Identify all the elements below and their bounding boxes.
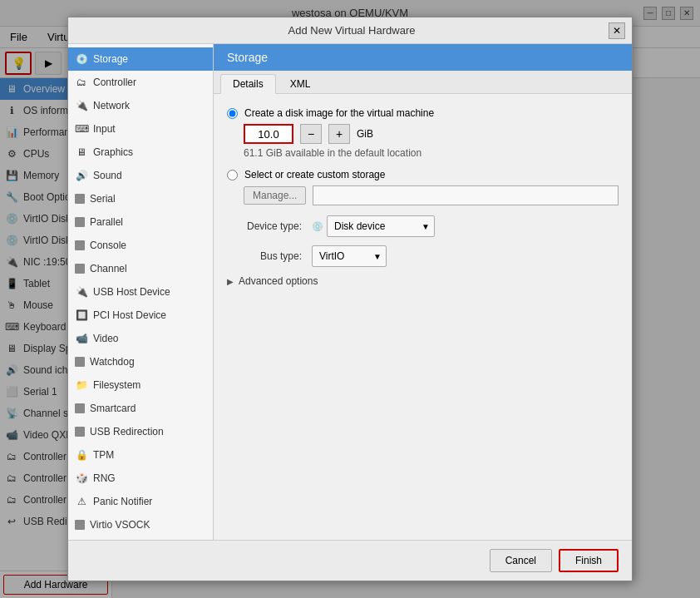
hw-item-controller[interactable]: 🗂 Controller xyxy=(68,71,213,94)
bus-type-row: Bus type: VirtIO IDE SATA SCSI ▼ xyxy=(227,245,619,267)
hw-pci-icon: 🔲 xyxy=(75,309,88,322)
dialog-title: Add New Virtual Hardware xyxy=(288,24,416,37)
hw-label-panic: Panic Notifier xyxy=(93,496,152,507)
hw-label-parallel: Parallel xyxy=(90,216,123,228)
available-text: 61.1 GiB available in the default locati… xyxy=(244,147,619,159)
hardware-list: 💿 Storage 🗂 Controller 🔌 Network ⌨ Input xyxy=(68,44,214,540)
disk-device-icon: 💿 xyxy=(312,221,323,232)
hw-item-watchdog[interactable]: Watchdog xyxy=(68,350,213,373)
radio-create-row: Create a disk image for the virtual mach… xyxy=(227,107,619,119)
hw-item-rng[interactable]: 🎲 RNG xyxy=(68,467,213,490)
finish-button[interactable]: Finish xyxy=(559,549,619,572)
storage-icon: 💿 xyxy=(75,52,88,66)
device-type-row: Device type: 💿 Disk device CD-ROM device… xyxy=(227,215,619,237)
custom-storage-label: Select or create custom storage xyxy=(244,169,385,180)
device-type-label: Device type: xyxy=(227,220,302,232)
advanced-arrow-icon: ▶ xyxy=(227,277,234,286)
hw-vsock-icon xyxy=(75,520,85,530)
hw-label-rng: RNG xyxy=(93,472,116,484)
hw-console-icon xyxy=(75,240,85,250)
hw-tpm-icon: 🔒 xyxy=(75,448,88,462)
advanced-options-row[interactable]: ▶ Advanced options xyxy=(227,275,619,287)
hw-item-tpm[interactable]: 🔒 TPM xyxy=(68,443,213,467)
bus-type-select[interactable]: VirtIO IDE SATA SCSI xyxy=(312,245,387,267)
hw-item-vsock[interactable]: Virtio VSOCK xyxy=(68,513,213,536)
size-row: − + GiB xyxy=(244,124,619,144)
hw-item-channel[interactable]: Channel xyxy=(68,257,213,280)
manage-button[interactable]: Manage... xyxy=(244,186,306,205)
dialog-content: 💿 Storage 🗂 Controller 🔌 Network ⌨ Input xyxy=(68,44,632,540)
hw-label-network: Network xyxy=(93,100,130,111)
input-icon: ⌨ xyxy=(75,122,88,136)
hw-label-input: Input xyxy=(93,123,116,135)
hw-usb-redir-icon xyxy=(75,427,85,437)
manage-row: Manage... xyxy=(244,185,619,205)
hw-serial-icon xyxy=(75,194,85,204)
hw-label-storage: Storage xyxy=(93,53,128,65)
hw-label-video: Video xyxy=(93,333,118,344)
storage-path-input[interactable] xyxy=(313,185,619,205)
hw-label-console: Console xyxy=(90,240,126,251)
hw-watchdog-icon xyxy=(75,357,85,367)
radio-custom-row: Select or create custom storage xyxy=(227,169,619,180)
hw-label-smartcard: Smartcard xyxy=(90,403,136,414)
create-disk-label: Create a disk image for the virtual mach… xyxy=(244,107,434,119)
hw-label-channel: Channel xyxy=(90,263,127,274)
hw-item-console[interactable]: Console xyxy=(68,234,213,257)
hw-item-usb-redir[interactable]: USB Redirection xyxy=(68,420,213,443)
hw-sound-icon: 🔊 xyxy=(75,169,88,182)
custom-storage-radio[interactable] xyxy=(227,170,238,180)
hw-rng-icon: 🎲 xyxy=(75,472,88,485)
hw-label-usb-redir: USB Redirection xyxy=(90,426,164,437)
size-unit-label: GiB xyxy=(357,128,373,140)
tabs-bar: Details XML xyxy=(214,71,632,94)
tab-details[interactable]: Details xyxy=(220,74,276,94)
hw-item-usb-host[interactable]: 🔌 USB Host Device xyxy=(68,280,213,304)
hw-panic-icon: ⚠ xyxy=(75,495,88,508)
hw-item-filesystem[interactable]: 📁 Filesystem xyxy=(68,373,213,397)
hw-usb-icon: 🔌 xyxy=(75,285,88,299)
size-minus-button[interactable]: − xyxy=(300,124,322,144)
hw-label-watchdog: Watchdog xyxy=(90,356,135,368)
hw-parallel-icon xyxy=(75,217,85,227)
hw-item-graphics[interactable]: 🖥 Graphics xyxy=(68,141,213,164)
storage-panel: Storage Details XML Create a disk image … xyxy=(214,44,632,540)
hw-item-network[interactable]: 🔌 Network xyxy=(68,94,213,117)
tab-xml[interactable]: XML xyxy=(278,74,323,93)
disk-size-input[interactable] xyxy=(244,124,293,144)
main-window: westosa on QEMU/KVM ─ □ ✕ File Virtual M… xyxy=(0,0,700,598)
hw-video-icon: 📹 xyxy=(75,332,88,345)
hw-item-panic[interactable]: ⚠ Panic Notifier xyxy=(68,490,213,513)
controller-icon: 🗂 xyxy=(75,76,88,89)
device-type-wrapper: 💿 Disk device CD-ROM device Floppy devic… xyxy=(312,215,435,237)
dialog-buttons: Cancel Finish xyxy=(68,540,632,581)
dialog-title-bar: Add New Virtual Hardware ✕ xyxy=(68,17,632,44)
advanced-options-label: Advanced options xyxy=(239,275,318,287)
hw-item-smartcard[interactable]: Smartcard xyxy=(68,397,213,420)
hw-label-graphics: Graphics xyxy=(93,146,133,158)
create-disk-group: Create a disk image for the virtual mach… xyxy=(227,107,619,159)
add-hardware-dialog: Add New Virtual Hardware ✕ 💿 Storage 🗂 C… xyxy=(67,17,633,581)
hw-label-serial: Serial xyxy=(90,193,116,205)
cancel-button[interactable]: Cancel xyxy=(490,549,552,572)
panel-body: Create a disk image for the virtual mach… xyxy=(214,94,632,540)
panel-title: Storage xyxy=(214,44,632,71)
device-type-select[interactable]: Disk device CD-ROM device Floppy device xyxy=(327,215,435,237)
dialog-close-button[interactable]: ✕ xyxy=(609,22,625,39)
hw-item-sound[interactable]: 🔊 Sound xyxy=(68,164,213,187)
size-plus-button[interactable]: + xyxy=(328,124,350,144)
create-disk-radio[interactable] xyxy=(227,108,238,119)
hw-fs-icon: 📁 xyxy=(75,378,88,392)
hw-item-serial[interactable]: Serial xyxy=(68,187,213,210)
hw-label-filesystem: Filesystem xyxy=(93,379,140,391)
hw-item-video[interactable]: 📹 Video xyxy=(68,327,213,350)
bus-type-label: Bus type: xyxy=(227,250,302,262)
hw-item-storage[interactable]: 💿 Storage xyxy=(68,47,213,71)
hw-channel-icon xyxy=(75,264,85,274)
hw-item-input[interactable]: ⌨ Input xyxy=(68,117,213,141)
hw-item-pci-host[interactable]: 🔲 PCI Host Device xyxy=(68,304,213,327)
hw-label-tpm: TPM xyxy=(93,449,114,461)
hw-item-parallel[interactable]: Parallel xyxy=(68,210,213,234)
network-icon: 🔌 xyxy=(75,99,88,112)
hw-label-usb-host: USB Host Device xyxy=(93,286,170,298)
